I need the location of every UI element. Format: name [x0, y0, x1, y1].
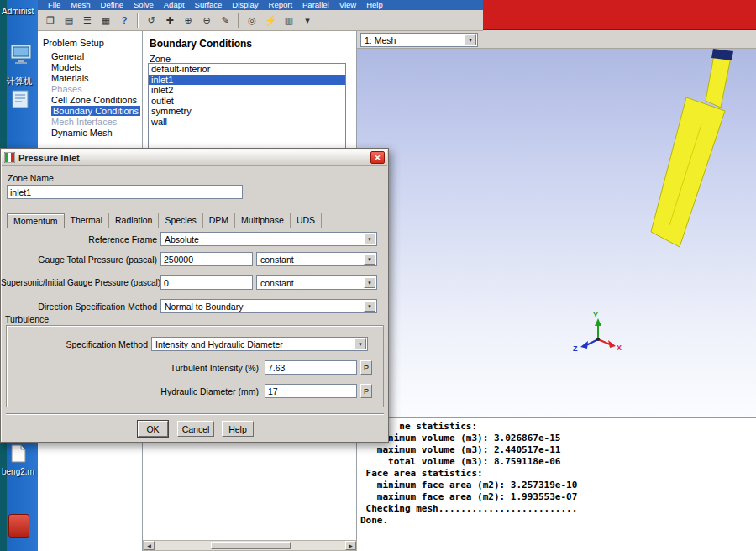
tree-header: Problem Setup — [38, 31, 142, 51]
axis-triad: Y X Z — [573, 311, 622, 353]
graphics-canvas[interactable]: Y X Z — [357, 49, 756, 417]
zone-item-wall[interactable]: wall — [149, 117, 345, 128]
direction-method-dropdown[interactable]: Normal to Boundary ▼ — [160, 299, 377, 313]
turbulent-intensity-input[interactable] — [265, 360, 357, 375]
spec-method-label: Specification Method — [7, 339, 148, 349]
zone-item-symmetry[interactable]: symmetry — [149, 106, 345, 117]
menu-item-file[interactable]: File — [43, 0, 66, 10]
tab-thermal[interactable]: Thermal — [65, 213, 110, 228]
tree-item-mesh-interfaces[interactable]: Mesh Interfaces — [38, 117, 142, 128]
scroll-left-icon[interactable]: ◀ — [144, 541, 155, 550]
zoom-in-icon[interactable]: ⊕ — [180, 13, 197, 29]
tab-species[interactable]: Species — [159, 213, 202, 228]
zone-item-inlet2[interactable]: inlet2 — [149, 85, 345, 96]
intensity-profile-button[interactable]: P — [360, 360, 372, 375]
chevron-down-icon[interactable]: ▼ — [364, 277, 375, 288]
tree-item-dynamic-mesh[interactable]: Dynamic Mesh — [38, 128, 142, 139]
console-output[interactable]: ne statistics: minimum volume (m3): 3.02… — [357, 417, 756, 551]
open-folder-icon[interactable]: ❐ — [42, 13, 59, 29]
turbulence-group-label: Turbulence — [3, 314, 51, 324]
rotate-view-icon[interactable]: ↺ — [143, 13, 160, 29]
menu-item-view[interactable]: View — [334, 0, 361, 10]
menu-item-surface[interactable]: Surface — [190, 0, 228, 10]
display-options-icon[interactable]: ▾ — [299, 13, 316, 29]
scrollbar-thumb[interactable] — [211, 542, 291, 549]
help-button[interactable]: Help — [222, 421, 254, 437]
lightning-icon[interactable]: ⚡ — [262, 13, 279, 29]
toolbar-separator — [238, 13, 239, 28]
toolbar: ❐ ▤ ☰ ▦ ? ↺ ✚ ⊕ ⊖ ✎ ◎ ⚡ ▥ ▾ — [38, 10, 483, 31]
menu-item-solve[interactable]: Solve — [129, 0, 159, 10]
chevron-down-icon[interactable]: ▼ — [354, 338, 366, 349]
menu-item-display[interactable]: Display — [227, 0, 263, 10]
tree-item-phases[interactable]: Phases — [38, 84, 142, 95]
zone-name-input[interactable] — [7, 185, 243, 199]
menu-item-report[interactable]: Report — [264, 0, 298, 10]
diameter-profile-button[interactable]: P — [360, 384, 372, 398]
menu-item-help[interactable]: Help — [361, 0, 388, 10]
close-icon[interactable]: ✕ — [370, 151, 385, 164]
dialog-titlebar[interactable]: Pressure Inlet ✕ — [2, 150, 387, 166]
hydraulic-diameter-label: Hydraulic Diameter (mm) — [7, 386, 259, 396]
tab-radiation[interactable]: Radiation — [109, 213, 159, 228]
supersonic-pressure-mode-dropdown[interactable]: constant ▼ — [256, 276, 377, 290]
tab-momentum[interactable]: Momentum — [7, 213, 65, 228]
view-selector-dropdown[interactable]: 1: Mesh ▼ — [360, 33, 478, 47]
zoom-out-icon[interactable]: ⊖ — [198, 13, 215, 29]
console-line: Checking mesh......................... — [360, 503, 756, 515]
turbulence-group: Specification Method Intensity and Hydra… — [6, 325, 384, 407]
print-icon[interactable]: ☰ — [79, 13, 96, 29]
graphics-toolbar: 1: Mesh ▼ — [357, 31, 756, 49]
computer-icon[interactable] — [10, 44, 32, 72]
zone-item-default-interior[interactable]: default-interior — [149, 64, 345, 75]
horizontal-scrollbar[interactable]: ◀ ▶ — [143, 540, 357, 551]
console-line: minimum face area (m2): 3.257319e-10 — [360, 480, 756, 491]
chevron-down-icon[interactable]: ▼ — [364, 254, 375, 265]
menu-bar: File Mesh Define Solve Adapt Surface Dis… — [38, 0, 483, 10]
console-line: Face area statistics: — [360, 468, 756, 480]
tab-multiphase[interactable]: Multiphase — [235, 213, 291, 228]
probe-icon[interactable]: ✎ — [217, 13, 234, 29]
tree-item-cell-zone-conditions[interactable]: Cell Zone Conditions — [38, 95, 142, 106]
ok-button[interactable]: OK — [138, 421, 168, 437]
menu-item-define[interactable]: Define — [96, 0, 129, 10]
zone-item-outlet[interactable]: outlet — [149, 96, 345, 107]
pan-icon[interactable]: ✚ — [161, 13, 178, 29]
tree-item-general[interactable]: General — [38, 51, 142, 62]
file-icon[interactable] — [10, 443, 27, 467]
dialog-title: Pressure Inlet — [18, 153, 80, 163]
spec-method-dropdown[interactable]: Intensity and Hydraulic Diameter ▼ — [151, 337, 368, 351]
cancel-button[interactable]: Cancel — [177, 421, 214, 437]
gauge-total-pressure-label: Gauge Total Pressure (pascal) — [1, 255, 157, 265]
help-icon[interactable]: ? — [116, 13, 133, 29]
pressure-inlet-dialog: Pressure Inlet ✕ Zone Name Momentum Ther… — [0, 148, 389, 443]
menu-item-parallel[interactable]: Parallel — [297, 0, 334, 10]
scroll-right-icon[interactable]: ▶ — [345, 541, 356, 550]
tree-item-materials[interactable]: Materials — [38, 73, 142, 84]
save-icon[interactable]: ▤ — [60, 13, 77, 29]
chevron-down-icon[interactable]: ▼ — [364, 301, 375, 312]
desktop-icon-2[interactable] — [11, 89, 29, 113]
screen: Administ 计算机 beng2.m — [0, 0, 756, 551]
tree-item-models[interactable]: Models — [38, 62, 142, 73]
supersonic-pressure-input[interactable] — [160, 276, 253, 290]
view-selector-value: 1: Mesh — [365, 35, 396, 45]
chevron-down-icon[interactable]: ▼ — [465, 34, 476, 45]
pattern-icon[interactable]: ▥ — [281, 13, 297, 29]
red-app-icon[interactable] — [8, 514, 29, 538]
chevron-down-icon[interactable]: ▼ — [364, 234, 375, 244]
menu-item-adapt[interactable]: Adapt — [159, 0, 190, 10]
check-icon[interactable]: ◎ — [244, 13, 260, 29]
menu-item-mesh[interactable]: Mesh — [66, 0, 95, 10]
gauge-total-pressure-input[interactable] — [160, 252, 253, 266]
reference-frame-dropdown[interactable]: Absolute ▼ — [160, 232, 377, 246]
zone-item-inlet1[interactable]: inlet1 — [149, 75, 345, 86]
tab-dpm[interactable]: DPM — [203, 213, 235, 228]
tab-uds[interactable]: UDS — [291, 213, 322, 228]
toolbar-separator — [137, 13, 139, 28]
gauge-total-pressure-mode-dropdown[interactable]: constant ▼ — [256, 252, 377, 266]
tree-item-boundary-conditions[interactable]: Boundary Conditions — [38, 106, 142, 117]
snapshot-icon[interactable]: ▦ — [97, 13, 114, 29]
hydraulic-diameter-input[interactable] — [265, 384, 357, 398]
console-line: ne statistics: — [360, 421, 756, 433]
